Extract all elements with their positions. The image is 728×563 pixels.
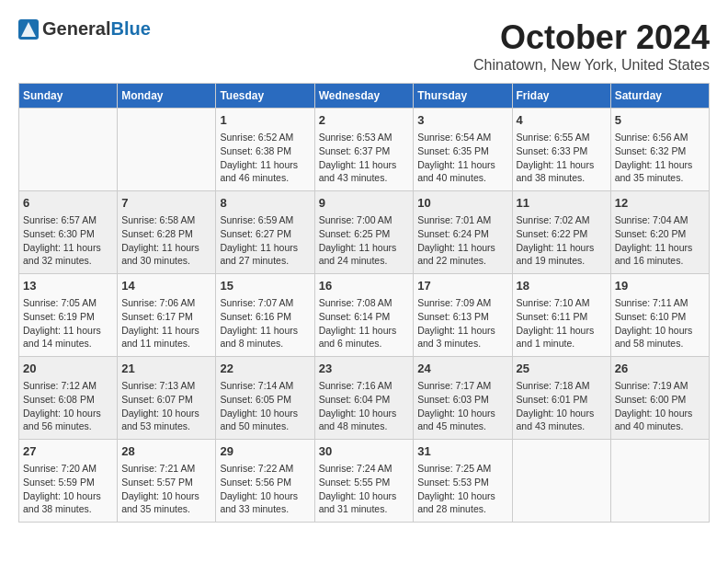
day-number: 27 [23,443,113,460]
day-info: Sunset: 6:25 PM [319,227,410,241]
calendar-header-row: SundayMondayTuesdayWednesdayThursdayFrid… [19,84,710,109]
day-info: Daylight: 10 hours and 31 minutes. [319,489,410,516]
day-info: Sunset: 6:08 PM [23,393,113,407]
day-info: Sunrise: 7:11 AM [615,296,705,310]
day-info: Sunset: 6:20 PM [615,227,705,241]
day-info: Sunrise: 6:55 AM [517,131,607,144]
day-number: 21 [121,361,211,377]
day-info: Sunrise: 6:57 AM [23,213,113,227]
day-info: Sunset: 6:16 PM [220,310,310,324]
calendar-cell: 31Sunrise: 7:25 AMSunset: 5:53 PMDayligh… [414,440,512,523]
day-info: Sunrise: 7:22 AM [220,462,310,476]
day-number: 9 [319,195,410,212]
day-info: Daylight: 10 hours and 33 minutes. [220,489,310,516]
day-number: 30 [319,443,410,460]
calendar-week-2: 6Sunrise: 6:57 AMSunset: 6:30 PMDaylight… [19,191,710,274]
calendar-table: SundayMondayTuesdayWednesdayThursdayFrid… [18,83,710,523]
calendar-cell: 13Sunrise: 7:05 AMSunset: 6:19 PMDayligh… [19,274,118,357]
day-info: Daylight: 10 hours and 38 minutes. [23,489,113,516]
calendar-cell: 29Sunrise: 7:22 AMSunset: 5:56 PMDayligh… [216,440,314,523]
title-area: October 2024 Chinatown, New York, United… [473,18,710,74]
day-info: Daylight: 11 hours and 30 minutes. [121,241,211,268]
calendar-cell: 27Sunrise: 7:20 AMSunset: 5:59 PMDayligh… [19,440,118,523]
calendar-cell: 1Sunrise: 6:52 AMSunset: 6:38 PMDaylight… [216,109,314,191]
day-info: Sunrise: 6:52 AM [220,131,310,144]
day-info: Sunset: 6:35 PM [417,144,507,158]
day-header-tuesday: Tuesday [216,84,314,109]
day-info: Sunset: 6:03 PM [417,393,507,407]
day-info: Sunset: 6:19 PM [23,310,113,324]
day-info: Daylight: 11 hours and 27 minutes. [220,241,310,268]
calendar-week-3: 13Sunrise: 7:05 AMSunset: 6:19 PMDayligh… [19,274,710,357]
month-title: October 2024 [473,18,710,57]
day-info: Sunrise: 7:02 AM [517,213,607,227]
day-info: Sunset: 5:53 PM [417,476,507,489]
day-number: 14 [121,278,211,294]
day-number: 20 [23,361,113,377]
day-info: Sunrise: 7:07 AM [220,296,310,310]
day-info: Daylight: 11 hours and 40 minutes. [417,158,507,185]
calendar-cell: 20Sunrise: 7:12 AMSunset: 6:08 PMDayligh… [19,357,118,440]
calendar-cell: 23Sunrise: 7:16 AMSunset: 6:04 PMDayligh… [314,357,414,440]
day-info: Daylight: 11 hours and 16 minutes. [615,241,705,268]
day-number: 18 [517,278,607,294]
day-info: Sunset: 6:00 PM [615,393,705,407]
day-info: Sunrise: 7:04 AM [615,213,705,227]
day-info: Sunset: 6:13 PM [417,310,507,324]
calendar-week-5: 27Sunrise: 7:20 AMSunset: 5:59 PMDayligh… [19,440,710,523]
calendar-cell: 4Sunrise: 6:55 AMSunset: 6:33 PMDaylight… [512,109,610,191]
day-info: Daylight: 10 hours and 53 minutes. [121,407,211,433]
day-info: Sunrise: 7:17 AM [417,379,507,393]
day-info: Daylight: 10 hours and 50 minutes. [220,407,310,433]
day-info: Sunrise: 7:18 AM [517,379,607,393]
day-info: Sunrise: 7:08 AM [319,296,410,310]
day-info: Sunset: 6:11 PM [517,310,607,324]
calendar-week-4: 20Sunrise: 7:12 AMSunset: 6:08 PMDayligh… [19,357,710,440]
day-info: Sunrise: 7:12 AM [23,379,113,393]
day-info: Sunset: 6:32 PM [615,144,705,158]
day-number: 1 [220,112,310,129]
day-info: Sunrise: 7:10 AM [517,296,607,310]
day-info: Sunset: 6:28 PM [121,227,211,241]
day-number: 13 [23,278,113,294]
day-number: 15 [220,278,310,294]
day-info: Sunrise: 7:16 AM [319,379,410,393]
location-title: Chinatown, New York, United States [473,57,710,74]
day-info: Daylight: 11 hours and 19 minutes. [517,241,607,268]
day-info: Sunrise: 7:06 AM [121,296,211,310]
day-info: Daylight: 11 hours and 38 minutes. [517,158,607,185]
day-info: Sunrise: 7:09 AM [417,296,507,310]
calendar-cell: 7Sunrise: 6:58 AMSunset: 6:28 PMDaylight… [118,191,216,274]
day-info: Daylight: 11 hours and 32 minutes. [23,241,113,268]
day-info: Sunset: 5:56 PM [220,476,310,489]
day-info: Sunset: 6:22 PM [517,227,607,241]
day-number: 22 [220,361,310,377]
day-info: Sunset: 6:27 PM [220,227,310,241]
day-header-monday: Monday [118,84,216,109]
day-info: Daylight: 10 hours and 40 minutes. [615,407,705,433]
day-info: Sunset: 6:17 PM [121,310,211,324]
day-info: Sunrise: 7:05 AM [23,296,113,310]
calendar-cell: 25Sunrise: 7:18 AMSunset: 6:01 PMDayligh… [512,357,610,440]
day-number: 3 [417,112,507,129]
day-info: Sunset: 6:01 PM [517,393,607,407]
day-info: Sunset: 6:07 PM [121,393,211,407]
calendar-cell: 10Sunrise: 7:01 AMSunset: 6:24 PMDayligh… [414,191,512,274]
calendar-cell: 14Sunrise: 7:06 AMSunset: 6:17 PMDayligh… [118,274,216,357]
calendar-cell: 21Sunrise: 7:13 AMSunset: 6:07 PMDayligh… [118,357,216,440]
calendar-cell: 3Sunrise: 6:54 AMSunset: 6:35 PMDaylight… [414,109,512,191]
day-info: Sunset: 6:37 PM [319,144,410,158]
day-info: Daylight: 10 hours and 56 minutes. [23,407,113,433]
day-header-sunday: Sunday [19,84,118,109]
day-info: Sunrise: 7:13 AM [121,379,211,393]
day-number: 23 [319,361,410,377]
day-number: 29 [220,443,310,460]
day-info: Sunrise: 6:56 AM [615,131,705,144]
day-info: Sunset: 6:05 PM [220,393,310,407]
calendar-cell: 24Sunrise: 7:17 AMSunset: 6:03 PMDayligh… [414,357,512,440]
calendar-cell: 15Sunrise: 7:07 AMSunset: 6:16 PMDayligh… [216,274,314,357]
logo-icon [18,19,39,40]
calendar-cell: 18Sunrise: 7:10 AMSunset: 6:11 PMDayligh… [512,274,610,357]
day-info: Sunrise: 7:24 AM [319,462,410,476]
day-info: Sunset: 5:57 PM [121,476,211,489]
